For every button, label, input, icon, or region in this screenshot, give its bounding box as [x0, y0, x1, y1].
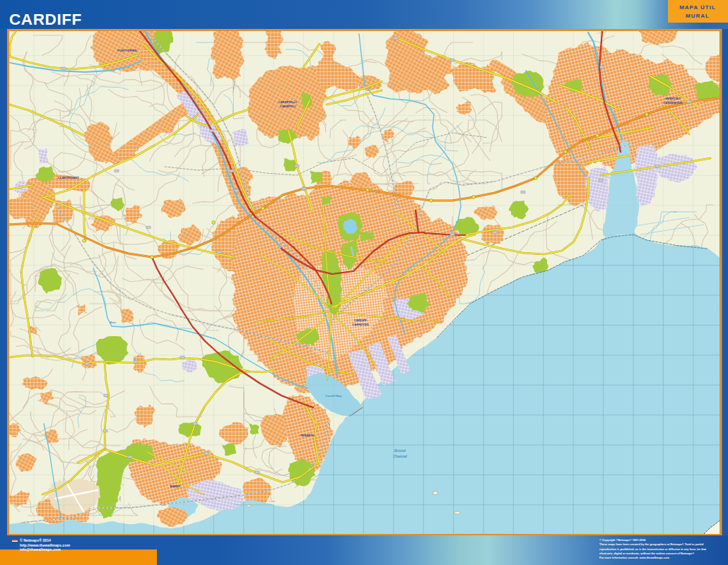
svg-text:Channel: Channel [393, 454, 407, 458]
svg-text:CARDIFF: CARDIFF [354, 319, 368, 322]
svg-text:CASNEWYDD: CASNEWYDD [663, 101, 682, 105]
svg-text:Bristol: Bristol [394, 448, 406, 453]
svg-text:CAERPHILLY: CAERPHILLY [278, 100, 298, 104]
svg-text:reproduction is prohibited; as: reproduction is prohibited; as is the tr… [599, 547, 707, 551]
svg-text:Cardiff Bay: Cardiff Bay [325, 394, 342, 398]
svg-text:MAPA ÚTIL: MAPA ÚTIL [679, 4, 716, 11]
svg-text:electronic, digital or mechani: electronic, digital or mechanic; without… [599, 552, 694, 555]
svg-text:These maps have been created b: These maps have been created by the geog… [599, 542, 703, 546]
svg-text:© Copyright ©Netmaps® 1997-201: © Copyright ©Netmaps® 1997-2014 [599, 538, 646, 542]
svg-text:LLANTRISANT: LLANTRISANT [58, 176, 79, 179]
svg-text:PONTYPRIDD: PONTYPRIDD [117, 49, 136, 52]
svg-text:CARDIFF: CARDIFF [9, 11, 82, 28]
svg-text:© Netmaps® 2014: © Netmaps® 2014 [20, 538, 51, 542]
svg-text:For more information consult:: For more information consult: www.thewal… [599, 556, 670, 559]
svg-text:CAERDYDD: CAERDYDD [352, 323, 369, 326]
svg-text:CAERFFILI: CAERFFILI [280, 105, 295, 108]
svg-text:info@thewallmaps.com: info@thewallmaps.com [20, 547, 61, 552]
svg-text:MURAL: MURAL [686, 13, 710, 19]
svg-text:PENARTH: PENARTH [300, 434, 315, 437]
svg-text:NEWPORT: NEWPORT [665, 97, 681, 100]
svg-text:BARRY: BARRY [170, 484, 181, 488]
svg-text:River: River [110, 321, 117, 324]
